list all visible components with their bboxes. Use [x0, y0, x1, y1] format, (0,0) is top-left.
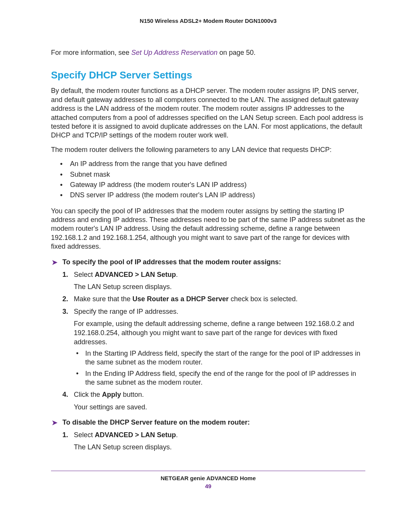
running-header: N150 Wireless ADSL2+ Modem Router DGN100…	[51, 18, 365, 24]
arrow-icon: ➤	[52, 258, 57, 267]
step: 3. Specify the range of IP addresses. Fo…	[51, 307, 365, 387]
paragraph: By default, the modem router functions a…	[51, 86, 365, 140]
inner-bullets: In the Starting IP Address field, specif…	[74, 349, 365, 387]
procedure-heading: ➤ To specify the pool of IP addresses th…	[51, 258, 365, 266]
intro-prefix: For more information, see	[51, 49, 131, 56]
step-subtext: Your settings are saved.	[74, 403, 365, 412]
step-number: 4.	[62, 390, 68, 399]
step-subtext: The LAN Setup screen displays.	[74, 443, 365, 452]
list-item: Gateway IP address (the modem router's L…	[51, 181, 365, 189]
procedure-heading: ➤ To disable the DHCP Server feature on …	[51, 419, 365, 427]
divider	[51, 471, 365, 471]
step: 4. Click the Apply button. Your settings…	[51, 390, 365, 412]
step-number: 2.	[62, 294, 68, 304]
step-text: Select ADVANCED > LAN Setup.	[74, 271, 178, 278]
list-item: Subnet mask	[51, 170, 365, 179]
step-number: 3.	[62, 307, 68, 316]
paragraph: The modem router delivers the following …	[51, 145, 365, 154]
section-heading: Specify DHCP Server Settings	[51, 69, 365, 81]
step-text: Click the Apply button.	[74, 391, 144, 398]
list-item: In the Ending IP Address field, specify …	[74, 369, 365, 387]
bullet-list: An IP address from the range that you ha…	[51, 160, 365, 200]
procedure-title: To disable the DHCP Server feature on th…	[62, 419, 250, 426]
procedure-steps: 1. Select ADVANCED > LAN Setup. The LAN …	[51, 430, 365, 452]
step-text: Make sure that the Use Router as a DHCP …	[74, 295, 298, 303]
step: 1. Select ADVANCED > LAN Setup. The LAN …	[51, 270, 365, 292]
list-item: An IP address from the range that you ha…	[51, 160, 365, 168]
step-number: 1.	[62, 270, 68, 279]
step-number: 1.	[62, 430, 68, 439]
step-subtext: For example, using the default addressin…	[74, 319, 365, 347]
step: 2. Make sure that the Use Router as a DH…	[51, 294, 365, 304]
xref-link[interactable]: Set Up Address Reservation	[131, 49, 217, 56]
list-item: DNS server IP address (the modem router'…	[51, 191, 365, 200]
step-subtext: The LAN Setup screen displays.	[74, 282, 365, 291]
list-item: In the Starting IP Address field, specif…	[74, 349, 365, 367]
step-text: Select ADVANCED > LAN Setup.	[74, 431, 178, 439]
procedure-title: To specify the pool of IP addresses that…	[62, 258, 281, 266]
step: 1. Select ADVANCED > LAN Setup. The LAN …	[51, 430, 365, 452]
procedure-steps: 1. Select ADVANCED > LAN Setup. The LAN …	[51, 270, 365, 412]
paragraph: You can specify the pool of IP addresses…	[51, 207, 365, 251]
step-text: Specify the range of IP addresses.	[74, 308, 178, 315]
intro-paragraph: For more information, see Set Up Address…	[51, 48, 365, 57]
footer-text: NETGEAR genie ADVANCED Home	[51, 475, 365, 481]
intro-suffix: on page 50.	[218, 49, 256, 56]
page-number: 49	[51, 483, 365, 489]
document-page: N150 Wireless ADSL2+ Modem Router DGN100…	[0, 0, 411, 532]
arrow-icon: ➤	[52, 419, 57, 427]
